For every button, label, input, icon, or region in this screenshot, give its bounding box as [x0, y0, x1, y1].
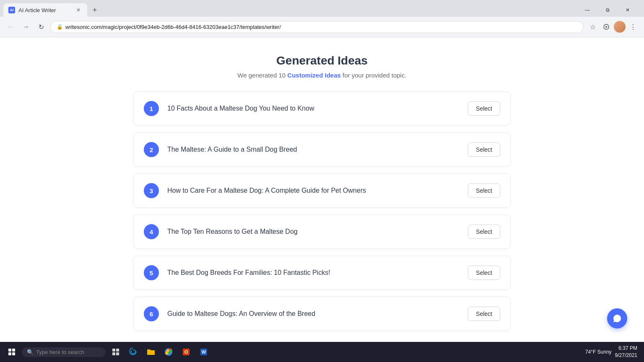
- idea-text: The Maltese: A Guide to a Small Dog Bree…: [167, 146, 460, 153]
- idea-number: 3: [144, 183, 159, 198]
- taskbar-search-placeholder: Type here to search: [36, 349, 84, 355]
- ideas-list: 1 10 Facts About a Maltese Dog You Need …: [133, 91, 511, 331]
- clock-time: 6:37 PM: [615, 345, 637, 352]
- tab-close-button[interactable]: ✕: [75, 6, 82, 14]
- svg-rect-4: [112, 352, 115, 355]
- file-explorer-icon[interactable]: [143, 344, 159, 360]
- page-content: Generated Ideas We generated 10 Customiz…: [0, 37, 644, 362]
- select-button[interactable]: Select: [468, 307, 500, 321]
- taskbar-pinned-icons: O W: [107, 344, 212, 360]
- office-icon[interactable]: O: [178, 344, 195, 360]
- idea-number: 2: [144, 142, 159, 157]
- start-button[interactable]: [3, 344, 20, 360]
- select-button[interactable]: Select: [468, 225, 500, 239]
- url-bar[interactable]: 🔒 writesonic.com/magic/project/0f9e34eb-…: [50, 21, 584, 33]
- subtitle-highlight: Customized Ideas: [287, 72, 341, 79]
- idea-card: 5 The Best Dog Breeds For Families: 10 F…: [133, 256, 511, 290]
- idea-card: 6 Guide to Maltese Dogs: An Overview of …: [133, 297, 511, 331]
- idea-text: How to Care For a Maltese Dog: A Complet…: [167, 187, 460, 194]
- word-icon[interactable]: W: [195, 344, 212, 360]
- windows-icon: [8, 349, 15, 355]
- idea-text: Guide to Maltese Dogs: An Overview of th…: [167, 310, 460, 318]
- lock-icon: 🔒: [57, 24, 63, 30]
- taskbar: 🔍 Type here to search: [0, 342, 644, 362]
- weather-temp: 74°F Sunny: [585, 349, 612, 355]
- idea-number: 5: [144, 265, 159, 280]
- idea-card: 3 How to Care For a Maltese Dog: A Compl…: [133, 173, 511, 208]
- clock-date: 9/27/2021: [615, 352, 637, 359]
- tab-bar: AI AI Article Writer ✕ + — ⧉ ✕: [0, 0, 644, 17]
- profile-button[interactable]: [614, 21, 626, 33]
- svg-text:W: W: [202, 349, 206, 354]
- page-title: Generated Ideas: [8, 54, 636, 67]
- back-button[interactable]: ←: [5, 21, 17, 33]
- bookmark-button[interactable]: ☆: [587, 21, 599, 33]
- system-clock[interactable]: 6:37 PM 9/27/2021: [615, 345, 637, 359]
- tab-title: AI Article Writer: [18, 7, 71, 13]
- idea-card: 4 The Top Ten Reasons to Get a Maltese D…: [133, 215, 511, 249]
- idea-text: The Top Ten Reasons to Get a Maltese Dog: [167, 228, 460, 235]
- new-tab-button[interactable]: +: [89, 4, 101, 16]
- svg-rect-3: [116, 349, 119, 352]
- idea-number: 4: [144, 224, 159, 239]
- svg-point-1: [605, 26, 607, 28]
- page-header: Generated Ideas We generated 10 Customiz…: [8, 54, 636, 79]
- idea-number: 6: [144, 306, 159, 321]
- taskbar-search[interactable]: 🔍 Type here to search: [22, 347, 106, 357]
- url-text: writesonic.com/magic/project/0f9e34eb-2d…: [65, 24, 577, 30]
- select-button[interactable]: Select: [468, 142, 500, 157]
- idea-card: 1 10 Facts About a Maltese Dog You Need …: [133, 91, 511, 126]
- select-button[interactable]: Select: [468, 266, 500, 280]
- system-tray: 74°F Sunny: [585, 349, 612, 355]
- subtitle-suffix: for your provided topic.: [341, 72, 407, 79]
- page-subtitle: We generated 10 Customized Ideas for you…: [8, 72, 636, 79]
- refresh-button[interactable]: ↻: [35, 21, 47, 33]
- taskbar-right: 74°F Sunny 6:37 PM 9/27/2021: [585, 345, 641, 359]
- menu-button[interactable]: ⋮: [627, 21, 639, 33]
- chrome-icon[interactable]: [160, 344, 177, 360]
- toolbar-icons: ☆ ⋮: [587, 21, 639, 33]
- extensions-button[interactable]: [600, 21, 612, 33]
- minimize-button[interactable]: —: [578, 3, 597, 17]
- task-view-button[interactable]: [107, 344, 124, 360]
- svg-rect-5: [116, 352, 119, 355]
- subtitle-prefix: We generated 10: [237, 72, 287, 79]
- idea-text: The Best Dog Breeds For Families: 10 Fan…: [167, 269, 460, 277]
- browser-chrome: AI AI Article Writer ✕ + — ⧉ ✕ ← → ↻ 🔒 w…: [0, 0, 644, 37]
- address-bar: ← → ↻ 🔒 writesonic.com/magic/project/0f9…: [0, 17, 644, 37]
- svg-text:O: O: [184, 349, 188, 354]
- idea-number: 1: [144, 101, 159, 116]
- select-button[interactable]: Select: [468, 184, 500, 198]
- taskbar-search-icon: 🔍: [27, 349, 34, 355]
- forward-button[interactable]: →: [20, 21, 32, 33]
- chat-bubble-button[interactable]: [607, 308, 627, 328]
- tab-favicon: AI: [8, 7, 15, 13]
- active-tab[interactable]: AI AI Article Writer ✕: [3, 3, 87, 17]
- edge-browser-icon[interactable]: [125, 344, 142, 360]
- svg-rect-2: [112, 349, 115, 352]
- select-button[interactable]: Select: [468, 101, 500, 116]
- idea-card: 2 The Maltese: A Guide to a Small Dog Br…: [133, 132, 511, 167]
- idea-text: 10 Facts About a Maltese Dog You Need to…: [167, 105, 460, 112]
- window-controls: — ⧉ ✕: [578, 3, 641, 17]
- close-button[interactable]: ✕: [618, 3, 637, 17]
- maximize-button[interactable]: ⧉: [598, 3, 617, 17]
